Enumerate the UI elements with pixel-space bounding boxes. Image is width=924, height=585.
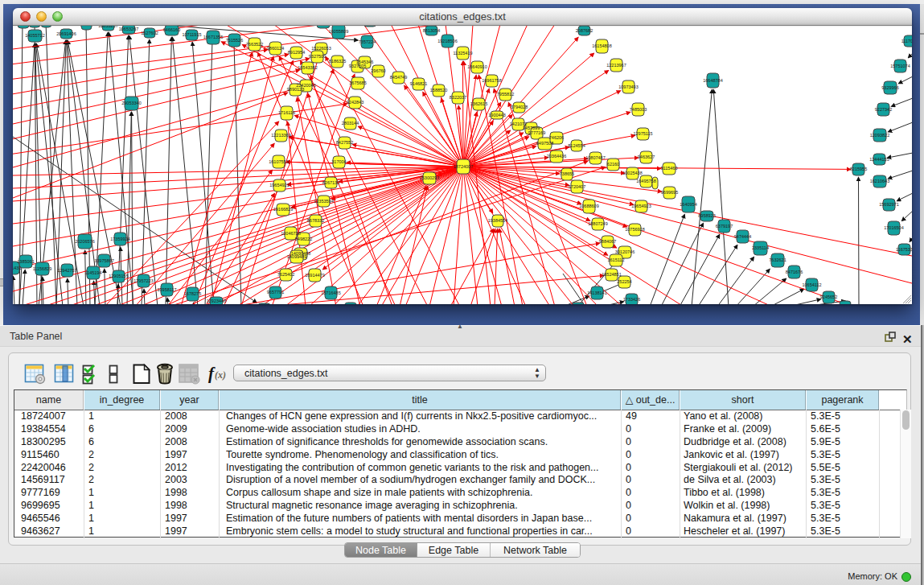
svg-text:19384554: 19384554 — [488, 218, 507, 223]
svg-text:10025438: 10025438 — [622, 171, 642, 175]
svg-text:62160: 62160 — [607, 162, 619, 167]
svg-text:12353594: 12353594 — [314, 199, 333, 204]
svg-text:(x): (x) — [215, 369, 226, 381]
svg-text:15716485: 15716485 — [321, 290, 340, 295]
svg-text:33975867: 33975867 — [94, 258, 113, 263]
svg-text:7625402: 7625402 — [277, 272, 294, 277]
svg-text:252254: 252254 — [617, 279, 631, 284]
svg-text:29053340: 29053340 — [121, 101, 141, 105]
svg-text:8186325: 8186325 — [329, 59, 346, 64]
svg-text:17016504: 17016504 — [884, 225, 903, 230]
svg-text:18724007: 18724007 — [454, 164, 473, 169]
svg-text:14099489: 14099489 — [287, 254, 306, 259]
svg-text:19654921: 19654921 — [269, 183, 289, 187]
svg-text:8267130: 8267130 — [322, 180, 339, 185]
svg-text:16961758: 16961758 — [482, 78, 501, 83]
svg-text:8454749: 8454749 — [390, 75, 407, 80]
svg-text:1117004: 1117004 — [901, 39, 912, 43]
svg-text:1527602: 1527602 — [141, 31, 158, 35]
svg-text:8427552: 8427552 — [336, 140, 353, 145]
svg-text:8471676: 8471676 — [786, 270, 803, 274]
svg-text:1615112: 1615112 — [607, 257, 624, 262]
svg-text:1640954: 1640954 — [680, 202, 696, 207]
svg-text:16543382: 16543382 — [298, 65, 317, 70]
svg-text:6466160: 6466160 — [163, 27, 180, 32]
svg-text:12213369: 12213369 — [271, 133, 290, 138]
svg-text:12975115: 12975115 — [633, 131, 652, 136]
svg-text:10654112: 10654112 — [802, 282, 821, 287]
svg-text:10688609: 10688609 — [579, 204, 598, 208]
svg-text:2087682: 2087682 — [576, 28, 593, 33]
svg-text:746206: 746206 — [549, 135, 564, 140]
svg-text:12213967: 12213967 — [606, 63, 626, 68]
svg-text:9777169: 9777169 — [528, 130, 545, 135]
svg-text:19166829: 19166829 — [273, 207, 293, 212]
svg-text:2803144: 2803144 — [342, 121, 359, 126]
svg-text:8912954: 8912954 — [288, 50, 305, 55]
svg-text:9463627: 9463627 — [638, 154, 655, 159]
svg-text:11325419: 11325419 — [453, 51, 472, 56]
svg-text:3911431: 3911431 — [13, 266, 22, 270]
svg-text:14138141: 14138141 — [587, 290, 606, 295]
svg-text:12444155: 12444155 — [869, 157, 889, 162]
svg-text:10973493: 10973493 — [618, 84, 638, 89]
svg-text:1678275: 1678275 — [184, 291, 201, 296]
svg-text:19654923: 19654923 — [631, 204, 651, 208]
svg-text:10807487: 10807487 — [585, 155, 605, 160]
svg-text:9242843: 9242843 — [347, 100, 363, 105]
svg-text:1733426: 1733426 — [623, 297, 640, 302]
svg-text:1167533: 1167533 — [896, 247, 912, 252]
svg-text:1545346: 1545346 — [356, 60, 373, 64]
svg-text:9860124: 9860124 — [267, 46, 284, 51]
svg-text:16914479: 16914479 — [305, 273, 324, 278]
svg-text:10711915: 10711915 — [182, 32, 201, 37]
svg-text:16495758: 16495758 — [636, 179, 655, 183]
svg-text:15751074: 15751074 — [890, 64, 910, 68]
svg-text:16210643: 16210643 — [870, 179, 889, 183]
svg-text:12942757: 12942757 — [57, 268, 76, 273]
svg-text:10756928: 10756928 — [625, 227, 644, 232]
svg-text:9115460: 9115460 — [660, 166, 677, 171]
svg-text:16107553: 16107553 — [269, 159, 288, 164]
svg-text:15692971: 15692971 — [879, 202, 898, 207]
svg-text:296760: 296760 — [371, 68, 385, 73]
svg-text:19218506: 19218506 — [437, 39, 457, 43]
svg-text:15226053: 15226053 — [311, 46, 331, 51]
svg-text:8124554: 8124554 — [568, 143, 585, 148]
svg-text:20206576: 20206576 — [75, 239, 94, 244]
svg-text:1716116: 1716116 — [278, 110, 295, 115]
svg-text:9474444: 9474444 — [734, 234, 751, 239]
svg-text:9327500: 9327500 — [309, 54, 326, 59]
svg-text:16055809: 16055809 — [329, 29, 348, 34]
svg-text:8678332: 8678332 — [307, 218, 324, 223]
svg-text:16154808: 16154808 — [592, 43, 611, 48]
svg-text:10653267: 10653267 — [119, 27, 138, 31]
svg-text:7357224: 7357224 — [359, 39, 376, 44]
svg-text:7515526: 7515526 — [226, 38, 243, 43]
svg-text:3675685: 3675685 — [349, 80, 366, 85]
svg-text:20691406: 20691406 — [56, 31, 76, 36]
svg-text:2335114: 2335114 — [752, 245, 769, 250]
svg-text:25300293: 25300293 — [420, 175, 439, 180]
svg-text:12905155: 12905155 — [109, 274, 128, 278]
svg-text:9329966: 9329966 — [881, 85, 898, 90]
svg-text:12093822: 12093822 — [870, 133, 889, 138]
svg-text:16524851: 16524851 — [602, 272, 621, 277]
svg-text:10046738: 10046738 — [281, 231, 300, 236]
svg-text:1900443: 1900443 — [488, 113, 505, 117]
svg-text:16671355: 16671355 — [203, 35, 223, 39]
svg-text:1588520: 1588520 — [430, 88, 447, 93]
svg-text:14055712: 14055712 — [25, 33, 44, 38]
svg-text:17957223: 17957223 — [133, 278, 153, 283]
svg-text:8215955: 8215955 — [850, 167, 867, 171]
svg-text:1145194: 1145194 — [84, 270, 101, 275]
svg-text:9227342: 9227342 — [875, 107, 892, 112]
svg-text:6379197: 6379197 — [716, 224, 733, 229]
svg-text:9699695: 9699695 — [661, 190, 678, 195]
svg-text:7632621: 7632621 — [769, 257, 786, 262]
svg-text:16648784: 16648784 — [703, 78, 722, 83]
svg-text:7485003: 7485003 — [630, 107, 647, 112]
svg-text:10958117: 10958117 — [157, 287, 176, 292]
svg-text:9245652: 9245652 — [820, 295, 837, 299]
svg-text:6794028: 6794028 — [511, 105, 528, 109]
